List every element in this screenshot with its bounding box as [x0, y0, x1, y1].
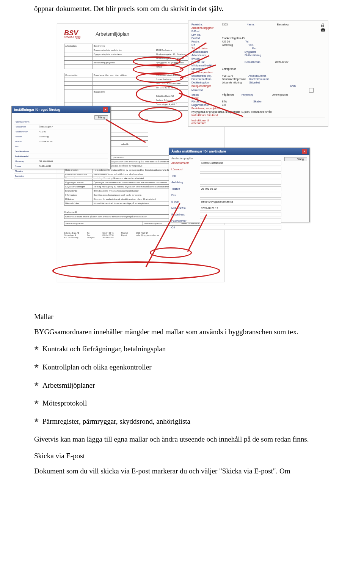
postaddr-field[interactable] — [200, 212, 281, 217]
list-item: Kontrollplan och olika egenkontroller — [34, 362, 330, 372]
document-title: Arbetsmiljöplan — [96, 31, 129, 37]
bsv-logo: BSV schakt o bygg — [64, 30, 80, 38]
red-annotation-oval — [136, 85, 183, 103]
epost-heading: Skicka via E-post — [34, 452, 330, 460]
bullet-list: Kontrakt och förfrågningar, betalningspl… — [34, 344, 330, 426]
postnr-field[interactable] — [200, 219, 281, 223]
list-item: Arbetsmiljöplaner — [34, 380, 330, 390]
red-annotation-oval — [138, 107, 182, 123]
list-item: Mötesprotokoll — [34, 398, 330, 408]
close-icon[interactable]: × — [103, 107, 108, 112]
close-button[interactable]: Stäng — [94, 115, 108, 119]
password-field[interactable] — [200, 167, 281, 172]
dept-field[interactable] — [200, 180, 281, 185]
title-field[interactable] — [200, 173, 281, 178]
list-item: Kontrakt och förfrågningar, betalningspl… — [34, 344, 330, 354]
username-field[interactable]: Stefan Gustafsson — [200, 160, 281, 165]
mallar-intro: BYGGsamordnaren innehåller mängder med m… — [34, 327, 330, 337]
company-settings-window: Inställningar för eget företag × Stäng F… — [11, 106, 111, 169]
intro-paragraph: öppnar dokumentet. Det blir precis som o… — [34, 4, 330, 14]
user-settings-window: Ändra inställningar för användare × Anvä… — [169, 148, 310, 222]
company-fields-table: Företagsnamn PostadressÖstra vägen 4 Pos… — [14, 119, 108, 179]
epost-paragraph: Dokument som du vill skicka via E-post m… — [34, 466, 330, 476]
ort-field[interactable] — [200, 225, 281, 230]
phone-field[interactable]: 08-703 95 20 — [200, 186, 281, 191]
list-item: Pärmregister, pärmryggar, skyddsrond, an… — [34, 417, 330, 426]
group-label: Användaruppgifter — [171, 157, 281, 160]
phone-icon[interactable]: ☎ — [320, 28, 326, 32]
footer-email: stefan@byggsamverkan.se — [136, 234, 159, 236]
print-icon[interactable]: 🖨 — [320, 23, 326, 27]
screenshot-figure: BSV schakt o bygg Arbetsmiljöplan Arbets… — [34, 20, 330, 294]
close-button[interactable]: Stäng — [284, 157, 307, 161]
fax-field[interactable] — [200, 193, 281, 198]
project-panel: 🖨 ☎ Projektnr:2303 Namn:Backatorp Allmän… — [188, 20, 328, 127]
email-field[interactable]: stefan@byggsamverkan.se — [200, 199, 281, 204]
red-annotation-oval — [52, 261, 220, 280]
red-annotation-oval — [136, 72, 184, 83]
footer-bg: 342343-4355 — [102, 236, 113, 239]
givetvis-paragraph: Givetvis kan man lägga till egna mallar … — [34, 434, 330, 444]
window-title: Inställningar för eget företag — [14, 108, 60, 112]
close-icon[interactable]: × — [302, 149, 307, 154]
mallar-heading: Mallar — [34, 313, 330, 321]
footer-addr2: 411 00 Göteborg — [64, 236, 79, 239]
archive-checkbox[interactable] — [309, 88, 314, 93]
logo-subtext: schakt o bygg — [64, 36, 80, 38]
window-title: Ändra inställningar för användare — [171, 149, 226, 153]
mobile-field[interactable]: 0709-70 20 17 — [200, 206, 281, 211]
